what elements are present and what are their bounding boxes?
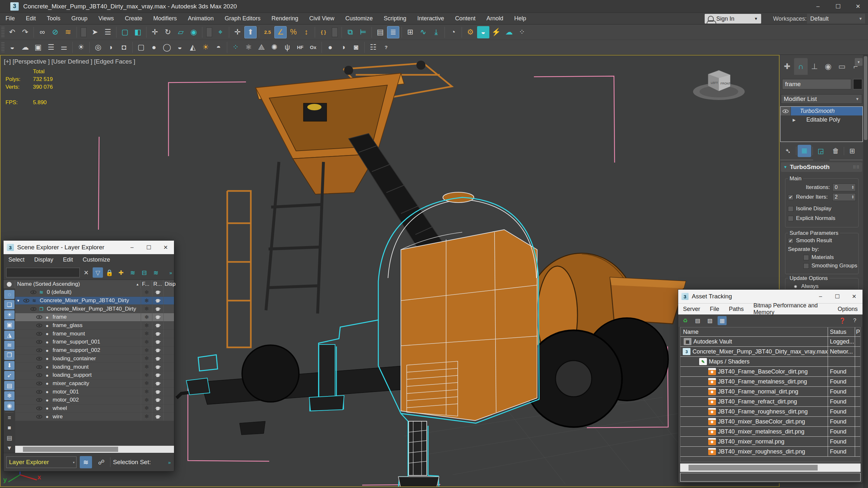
- unlink-selection-icon[interactable]: ⊘: [49, 26, 61, 38]
- toolbar-icon[interactable]: [365, 42, 365, 53]
- named-selection-dropdown[interactable]: [332, 27, 338, 37]
- renderable-teapot-icon[interactable]: [152, 313, 163, 321]
- filter-icon[interactable]: ▽: [93, 267, 103, 278]
- select-and-rotate-icon[interactable]: ↻: [162, 26, 174, 38]
- renderable-teapot-icon[interactable]: [152, 355, 163, 363]
- toolbar-icon[interactable]: [229, 27, 229, 38]
- smooth-result-checkbox[interactable]: ✔: [788, 238, 794, 243]
- renderable-teapot-icon[interactable]: [152, 297, 163, 305]
- display-cell[interactable]: [163, 313, 174, 321]
- add-to-layer-icon[interactable]: ≋: [127, 267, 138, 278]
- vray-dome-camera-icon[interactable]: ◗: [105, 41, 117, 54]
- vray-plane-light-icon[interactable]: ▢: [135, 41, 147, 54]
- display-cell[interactable]: [163, 297, 174, 305]
- eye-icon[interactable]: [35, 373, 43, 377]
- freeze-icon[interactable]: ❄: [141, 363, 152, 371]
- toolbar-icon[interactable]: [76, 27, 77, 38]
- menu-item[interactable]: Interactive: [412, 15, 450, 22]
- select-and-link-icon[interactable]: ∞: [36, 26, 49, 38]
- make-unique-button[interactable]: ◲: [814, 145, 828, 157]
- vray-region-icon[interactable]: ◙: [350, 41, 362, 54]
- vray-sphere-icon[interactable]: ●: [324, 41, 336, 54]
- renderable-teapot-icon[interactable]: [152, 413, 163, 421]
- list-item[interactable]: ● mixer_capacity ❄: [15, 380, 174, 388]
- freeze-icon[interactable]: ❄: [141, 404, 152, 413]
- display-cell[interactable]: [163, 371, 174, 379]
- modifier-stack-row[interactable]: TurboSmooth: [780, 107, 863, 116]
- toolbar-icon[interactable]: [146, 27, 147, 38]
- use-pivot-center-icon[interactable]: ⌖: [214, 26, 226, 38]
- renderable-teapot-icon[interactable]: [152, 330, 163, 338]
- eye-icon[interactable]: [35, 365, 43, 369]
- tab-modify[interactable]: ∩: [794, 58, 808, 75]
- display-cell[interactable]: [163, 288, 174, 296]
- list-view-icon[interactable]: ≡: [4, 413, 14, 422]
- snaps-toggle-icon[interactable]: ⬆: [244, 26, 257, 38]
- menu-item[interactable]: Create: [119, 15, 148, 22]
- render-iters-checkbox[interactable]: ✔: [788, 194, 794, 200]
- list-item[interactable]: ● frame_mount ❄: [15, 330, 174, 338]
- renderable-teapot-icon[interactable]: [152, 347, 163, 355]
- selection-filter-dropdown[interactable]: [81, 27, 87, 37]
- fill-view-icon[interactable]: ■: [4, 423, 14, 432]
- render-production-icon[interactable]: ⚡: [490, 26, 502, 38]
- menu-item[interactable]: Edit: [58, 256, 78, 263]
- sign-in-button[interactable]: Sign In ▼: [705, 14, 761, 24]
- percent-snap-icon[interactable]: %: [287, 26, 300, 38]
- vray-dome-light-icon[interactable]: ◓: [212, 41, 225, 54]
- display-bones-icon[interactable]: ➶: [4, 371, 14, 380]
- align-icon[interactable]: ⊨: [357, 26, 369, 38]
- list-item[interactable]: ● loading_mount ❄: [15, 363, 174, 371]
- toolbar-icon[interactable]: [259, 27, 259, 38]
- menu-item[interactable]: Select: [4, 256, 29, 263]
- lock-icon[interactable]: 🔒: [104, 267, 115, 278]
- snap-25d-icon[interactable]: 2.5: [261, 26, 274, 38]
- renderable-teapot-icon[interactable]: [152, 338, 163, 346]
- display-all-icon[interactable]: ◌: [4, 290, 14, 299]
- show-end-result-button[interactable]: 𝌆: [798, 145, 811, 157]
- select-manipulate-icon[interactable]: ✛: [231, 26, 244, 38]
- explicit-normals-checkbox[interactable]: [788, 216, 794, 221]
- display-column-header[interactable]: Disp: [163, 280, 174, 288]
- toggle-scene-explorer-icon[interactable]: ▤: [374, 26, 386, 38]
- select-and-place-icon[interactable]: ◉: [188, 26, 200, 38]
- list-item[interactable]: ● frame_support_001 ❄: [15, 338, 174, 347]
- materials-checkbox[interactable]: [803, 255, 809, 260]
- freeze-icon[interactable]: ❄: [141, 347, 152, 355]
- minimize-button[interactable]: –: [812, 293, 829, 300]
- overflow-chevrons-icon[interactable]: »: [169, 270, 172, 275]
- asset-tracking-titlebar[interactable]: 3 Asset Tracking – ☐ ✕: [678, 290, 863, 303]
- eye-icon[interactable]: [35, 398, 43, 402]
- toolbar-icon[interactable]: [227, 42, 227, 53]
- menu-item[interactable]: Group: [66, 15, 93, 22]
- eye-icon[interactable]: [35, 406, 43, 410]
- toolbar-icon[interactable]: [462, 27, 462, 38]
- menu-item[interactable]: Modifiers: [148, 15, 182, 22]
- minimize-button[interactable]: –: [124, 244, 141, 251]
- configure-modifier-sets-button[interactable]: ⊞: [845, 145, 859, 157]
- detail-view-icon[interactable]: ▤: [4, 433, 14, 443]
- turbosmooth-rollout-header[interactable]: ▼ TurboSmooth ⠿⠿: [781, 162, 862, 172]
- vray-mesh-light-icon[interactable]: ◒: [174, 41, 186, 54]
- close-button[interactable]: ✕: [848, 0, 868, 12]
- toolbar-icon[interactable]: [402, 27, 402, 38]
- tab-hierarchy[interactable]: ⊥: [808, 58, 822, 75]
- vray-stereo-camera-icon[interactable]: ◘: [118, 41, 130, 54]
- spinner-snap-icon[interactable]: ↕: [300, 26, 312, 38]
- toolbar-icon[interactable]: [315, 27, 315, 38]
- isoline-display-checkbox[interactable]: [788, 206, 794, 212]
- display-cell[interactable]: [163, 388, 174, 396]
- display-cell[interactable]: [163, 380, 174, 388]
- hierarchy-view-button[interactable]: ☍: [95, 456, 107, 468]
- collapse-layers-icon[interactable]: ≋: [151, 267, 161, 278]
- toggle-layer-explorer-icon[interactable]: ≣: [387, 26, 399, 38]
- maximize-button[interactable]: ☐: [828, 0, 848, 12]
- frozen-column-header[interactable]: F...: [141, 280, 152, 288]
- vray-ies-light-icon[interactable]: ◯: [161, 41, 173, 54]
- display-geometry-icon[interactable]: ❏: [4, 300, 14, 309]
- table-row[interactable]: ◉ JBT40_Frame_refract_dirt.png Found: [680, 397, 860, 407]
- vray-cloud-icon[interactable]: ☁: [19, 41, 31, 54]
- eye-icon[interactable]: [29, 307, 37, 311]
- filter-config-icon[interactable]: ▼: [4, 444, 14, 453]
- table-row[interactable]: ▦ Autodesk Vault Logged...: [680, 337, 860, 347]
